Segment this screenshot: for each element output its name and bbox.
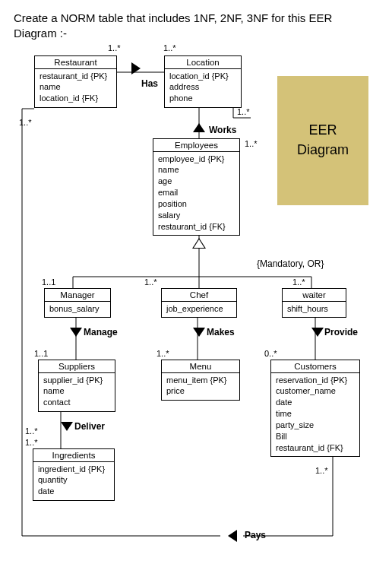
attr: location_id {FK} xyxy=(40,93,112,104)
attr: email xyxy=(158,187,235,198)
rel-has: Has xyxy=(141,78,158,89)
entity-manager: Manager bonus_salary xyxy=(44,288,111,318)
entity-title: Suppliers xyxy=(39,360,115,373)
card: 1..* xyxy=(25,438,38,447)
rel-deliver: Deliver xyxy=(74,421,105,432)
attr: supplier_id {PK} xyxy=(43,375,110,386)
attr: date xyxy=(276,397,355,408)
card: 1..* xyxy=(245,139,258,148)
constraint-label: {Mandatory, OR} xyxy=(257,258,324,269)
rel-pays: Pays xyxy=(245,530,266,540)
entity-title: waiter xyxy=(283,289,346,302)
entity-employees: Employees employee_id {PK} name age emai… xyxy=(153,138,240,236)
card: 1..* xyxy=(292,277,305,287)
attr: name xyxy=(40,81,112,93)
entity-title: Chef xyxy=(162,289,236,302)
entity-ingredients: Ingredients ingredient_id {PK} quantity … xyxy=(33,448,115,502)
entity-title: Employees xyxy=(153,139,239,152)
entity-title: Menu xyxy=(162,360,239,373)
attr: salary xyxy=(158,210,235,221)
attr: menu_item {PK} xyxy=(166,375,235,386)
attr: name xyxy=(43,385,110,397)
entity-chef: Chef job_experience xyxy=(161,288,237,318)
attr: contact xyxy=(43,397,110,408)
attr: employee_id {PK} xyxy=(158,154,235,165)
attr: Bill xyxy=(276,431,355,442)
arrow-icon xyxy=(61,422,73,431)
arrow-icon xyxy=(70,328,82,337)
attr: job_experience xyxy=(166,303,232,315)
attr: reservation_id {PK} xyxy=(276,375,355,386)
card: 1..* xyxy=(25,426,38,436)
card: 1..* xyxy=(163,43,176,52)
attr: quantity xyxy=(38,474,109,486)
attr: party_size xyxy=(276,420,355,431)
attr: address xyxy=(169,81,236,93)
card: 1..1 xyxy=(42,277,55,287)
rel-manage: Manage xyxy=(84,327,118,337)
card: 1..* xyxy=(108,43,121,52)
attr: phone xyxy=(169,93,236,104)
rel-makes: Makes xyxy=(207,327,235,337)
card: 1..* xyxy=(315,466,328,475)
arrow-icon xyxy=(228,530,237,542)
card: 1..* xyxy=(19,118,32,127)
attr: age xyxy=(158,176,235,187)
entity-restaurant: Restaurant restaurant_id {PK} name locat… xyxy=(34,55,117,109)
attr: restaurant_id {FK} xyxy=(276,442,355,454)
entity-title: Customers xyxy=(271,360,359,373)
rel-works: Works xyxy=(209,125,236,135)
entity-title: Manager xyxy=(45,289,110,302)
card: 1..* xyxy=(144,277,157,287)
attr: bonus_salary xyxy=(49,303,106,315)
entity-customers: Customers reservation_id {PK} customer_n… xyxy=(270,360,360,458)
entity-menu: Menu menu_item {PK} price xyxy=(161,360,240,401)
attr: customer_name xyxy=(276,385,355,397)
arrow-icon xyxy=(193,123,205,132)
arrow-icon xyxy=(131,62,141,74)
attr: location_id {PK} xyxy=(169,71,236,82)
attr: restaurant_id {PK} xyxy=(40,71,112,82)
generalization-icon xyxy=(192,238,206,249)
diagram-canvas: Restaurant restaurant_id {PK} name locat… xyxy=(0,42,392,566)
card: 1..* xyxy=(237,107,250,116)
entity-title: Restaurant xyxy=(35,56,116,69)
card: 1..* xyxy=(156,349,169,358)
arrow-icon xyxy=(311,328,324,337)
entity-waiter: waiter shift_hours xyxy=(282,288,346,318)
attr: restaurant_id {FK} xyxy=(158,221,235,233)
entity-location: Location location_id {PK} address phone xyxy=(164,55,242,109)
attr: name xyxy=(158,164,235,176)
diagram-title-box: EER Diagram xyxy=(277,76,368,205)
attr: price xyxy=(166,385,235,397)
attr: date xyxy=(38,486,109,497)
entity-suppliers: Suppliers supplier_id {PK} name contact xyxy=(38,360,115,413)
question-text: Create a NORM table that includes 1NF, 2… xyxy=(0,0,392,42)
attr: position xyxy=(158,198,235,210)
entity-title: Location xyxy=(165,56,241,69)
arrow-icon xyxy=(193,328,205,337)
attr: ingredient_id {PK} xyxy=(38,464,109,475)
rel-provide: Provide xyxy=(324,327,358,337)
attr: shift_hours xyxy=(287,303,341,315)
attr: time xyxy=(276,408,355,420)
card: 0..* xyxy=(264,349,277,358)
card: 1..1 xyxy=(34,349,48,358)
entity-title: Ingredients xyxy=(33,449,114,462)
